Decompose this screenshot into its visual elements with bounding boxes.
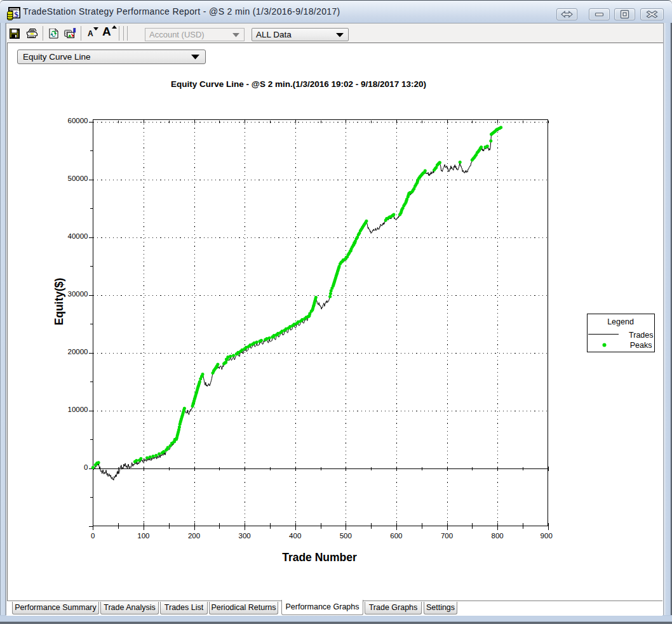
svg-text:$: $ [14, 10, 18, 19]
